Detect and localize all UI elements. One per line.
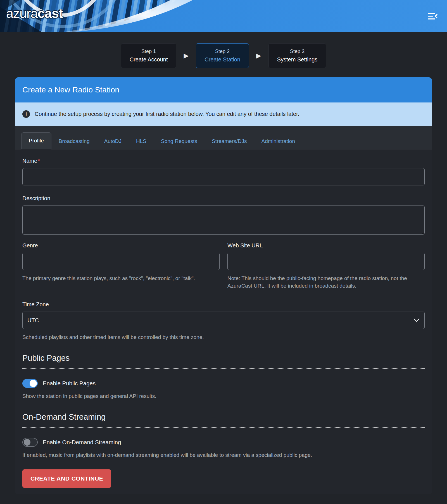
step-1-create-account: Step 1 Create Account bbox=[121, 43, 177, 68]
info-alert: i Continue the setup process by creating… bbox=[15, 102, 432, 126]
name-label-text: Name bbox=[22, 158, 37, 164]
step-2-create-station: Step 2 Create Station bbox=[196, 43, 249, 68]
profile-tab-panel: Name* Description Genre The primary genr… bbox=[15, 149, 432, 494]
timezone-label: Time Zone bbox=[22, 301, 425, 308]
tab-streamers-djs[interactable]: Streamers/DJs bbox=[205, 133, 254, 149]
step-label: Create Station bbox=[205, 55, 240, 64]
enable-on-demand-label: Enable On-Demand Streaming bbox=[43, 439, 121, 446]
logo-text-azura: azura bbox=[6, 6, 38, 21]
enable-public-pages-label: Enable Public Pages bbox=[43, 380, 96, 387]
name-input[interactable] bbox=[22, 168, 425, 185]
enable-on-demand-row: Enable On-Demand Streaming bbox=[22, 438, 425, 447]
public-pages-help-text: Show the station in public pages and gen… bbox=[22, 392, 425, 400]
step-title: Step 2 bbox=[205, 48, 240, 55]
info-icon: i bbox=[22, 110, 30, 118]
on-demand-help-text: If enabled, music from playlists with on… bbox=[22, 451, 425, 459]
description-label: Description bbox=[22, 195, 425, 202]
info-alert-text: Continue the setup process by creating y… bbox=[35, 111, 299, 117]
genre-field-group: Genre The primary genre this station pla… bbox=[22, 242, 220, 290]
tab-song-requests[interactable]: Song Requests bbox=[154, 133, 205, 149]
step-title: Step 3 bbox=[277, 48, 318, 55]
station-tabs: Profile Broadcasting AutoDJ HLS Song Req… bbox=[15, 126, 432, 149]
enable-public-pages-toggle[interactable] bbox=[22, 379, 38, 388]
genre-website-row: Genre The primary genre this station pla… bbox=[22, 242, 425, 290]
timezone-help-text: Scheduled playlists and other timed item… bbox=[22, 333, 425, 341]
logo-text-cast: cast bbox=[38, 6, 63, 21]
card-header: Create a New Radio Station bbox=[15, 77, 432, 102]
enable-public-pages-row: Enable Public Pages bbox=[22, 379, 425, 388]
timezone-selected-value: UTC bbox=[27, 317, 39, 324]
tab-broadcasting[interactable]: Broadcasting bbox=[51, 133, 97, 149]
genre-label: Genre bbox=[22, 242, 220, 249]
description-field-group: Description bbox=[22, 195, 425, 235]
toggle-knob bbox=[24, 439, 30, 446]
create-station-card: Create a New Radio Station i Continue th… bbox=[15, 77, 432, 494]
tab-administration[interactable]: Administration bbox=[254, 133, 302, 149]
create-and-continue-button[interactable]: CREATE AND CONTINUE bbox=[22, 469, 111, 488]
genre-help-text: The primary genre this station plays, su… bbox=[22, 274, 220, 282]
section-divider bbox=[22, 368, 425, 369]
on-demand-streaming-heading: On-Demand Streaming bbox=[22, 412, 425, 422]
website-url-help-text: Note: This should be the public-facing h… bbox=[227, 274, 425, 290]
tab-profile[interactable]: Profile bbox=[21, 132, 51, 149]
azuracast-logo[interactable]: azuracast bbox=[6, 7, 63, 20]
toggle-knob bbox=[30, 380, 37, 387]
step-label: Create Account bbox=[130, 55, 168, 64]
page-title: Create a New Radio Station bbox=[22, 85, 425, 95]
timezone-select[interactable]: UTC bbox=[22, 312, 425, 329]
tab-autodj[interactable]: AutoDJ bbox=[97, 133, 129, 149]
genre-input[interactable] bbox=[22, 253, 220, 270]
arrow-right-icon: ▶ bbox=[184, 52, 189, 59]
step-label: System Settings bbox=[277, 55, 318, 64]
step-3-system-settings: Step 3 System Settings bbox=[268, 43, 326, 68]
section-divider bbox=[22, 427, 425, 428]
public-pages-heading: Public Pages bbox=[22, 353, 425, 363]
enable-on-demand-toggle[interactable] bbox=[22, 438, 38, 447]
description-textarea[interactable] bbox=[22, 206, 425, 235]
name-label: Name* bbox=[22, 158, 425, 164]
arrow-right-icon: ▶ bbox=[256, 52, 261, 59]
setup-wizard-steps: Step 1 Create Account ▶ Step 2 Create St… bbox=[0, 43, 447, 68]
chevron-down-icon bbox=[413, 318, 420, 322]
timezone-field-group: Time Zone UTC Scheduled playlists and ot… bbox=[22, 301, 425, 341]
menu-open-icon[interactable] bbox=[427, 11, 439, 21]
app-header: azuracast bbox=[0, 0, 447, 32]
step-title: Step 1 bbox=[130, 48, 168, 55]
website-url-label: Web Site URL bbox=[227, 242, 425, 249]
tab-hls[interactable]: HLS bbox=[129, 133, 154, 149]
header-artwork bbox=[0, 0, 447, 32]
website-field-group: Web Site URL Note: This should be the pu… bbox=[227, 242, 425, 290]
required-marker: * bbox=[38, 158, 40, 164]
website-url-input[interactable] bbox=[227, 253, 425, 270]
name-field-group: Name* bbox=[22, 158, 425, 185]
